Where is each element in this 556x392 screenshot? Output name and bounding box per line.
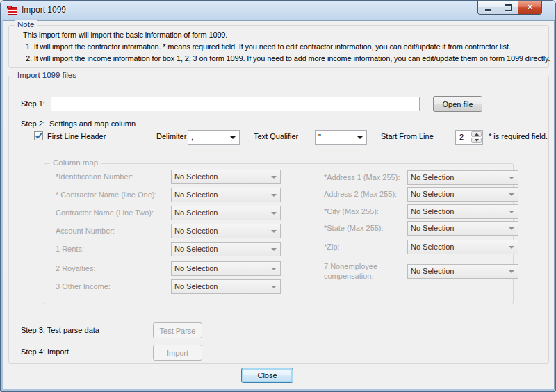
address2-label: Address 2 (Max 255):: [324, 190, 397, 198]
note-line-1: This import form will import the basic i…: [23, 31, 227, 39]
step2-label: Step 2: Settings and map column: [21, 120, 136, 128]
file-path-input[interactable]: [51, 97, 420, 111]
identification-number-label: *Identification Number:: [56, 172, 133, 181]
import-1099-window: Import 1099 ✕ Note This import form will…: [0, 0, 556, 392]
step4-label: Step 4: Import: [21, 348, 69, 356]
app-icon: [7, 5, 18, 16]
contractor-name-two-select[interactable]: No Selection: [171, 206, 281, 220]
contractor-name-one-select[interactable]: No Selection: [171, 188, 281, 202]
zip-label: *Zip:: [324, 243, 340, 251]
other-income-label: 3 Other Income:: [56, 282, 111, 291]
rents-label: 1 Rents:: [56, 245, 84, 253]
maximize-button[interactable]: [498, 1, 518, 14]
dialog-content: Note This import form will import the ba…: [3, 20, 555, 389]
nonemployee-compensation-select[interactable]: No Selection: [407, 264, 518, 279]
city-label: *City (Max 255):: [324, 207, 379, 215]
address2-select[interactable]: No Selection: [407, 187, 518, 202]
down-arrow-icon: [475, 139, 479, 142]
spin-down-button[interactable]: [471, 138, 482, 143]
royalties-label: 2 Royalties:: [56, 264, 95, 272]
up-arrow-icon: [475, 133, 479, 136]
dropdown-arrow-icon: [271, 230, 277, 233]
state-label: *State (Max 255):: [324, 224, 384, 232]
dropdown-arrow-icon: [271, 176, 277, 179]
dropdown-arrow-icon: [271, 212, 277, 215]
import-button: Import: [153, 345, 202, 361]
window-title: Import 1099: [22, 1, 66, 19]
contractor-name-one-label: * Contractor Name (line One):: [56, 190, 157, 199]
nonemployee-compensation-label: 7 Nonemployee compensation:: [324, 261, 402, 281]
dropdown-arrow-icon: [509, 211, 514, 213]
column-map-groupbox: Column map *Identification Number: * Con…: [44, 163, 514, 304]
zip-select[interactable]: No Selection: [407, 240, 518, 254]
column-map-group-title: Column map: [50, 158, 101, 167]
dropdown-arrow-icon: [509, 246, 514, 249]
address1-select[interactable]: No Selection: [407, 170, 518, 185]
step1-label: Step 1:: [21, 99, 45, 108]
delimiter-label: Delimiter: [156, 132, 186, 140]
note-groupbox: Note This import form will import the ba…: [8, 25, 549, 68]
dropdown-arrow-icon: [271, 248, 277, 251]
minimize-icon: [485, 9, 491, 11]
state-select[interactable]: No Selection: [407, 221, 518, 236]
account-number-label: Account Number:: [56, 227, 115, 235]
note-group-title: Note: [15, 20, 37, 28]
identification-number-select[interactable]: No Selection: [171, 170, 281, 184]
dropdown-arrow-icon: [509, 177, 514, 179]
rents-select[interactable]: No Selection: [171, 242, 281, 256]
test-parse-button: Test Parse: [153, 322, 202, 338]
contractor-name-two-label: Contractor Name (Line Two):: [56, 209, 154, 217]
other-income-select[interactable]: No Selection: [171, 279, 281, 294]
dropdown-arrow-icon: [509, 270, 514, 273]
checkmark-icon: [35, 132, 43, 140]
import-files-groupbox: Import 1099 files Step 1: Open file Step…: [8, 76, 549, 364]
dropdown-arrow-icon: [271, 268, 277, 270]
dropdown-arrow-icon: [357, 136, 363, 139]
first-line-header-label: First Line Header: [47, 132, 106, 140]
note-line-2: 1. It will import the contractor informa…: [26, 42, 511, 51]
open-file-button[interactable]: Open file: [433, 96, 482, 112]
close-button[interactable]: Close: [241, 368, 293, 383]
delimiter-select[interactable]: ,: [188, 130, 240, 145]
city-select[interactable]: No Selection: [407, 204, 518, 219]
window-controls: ✕: [477, 1, 542, 15]
dropdown-arrow-icon: [271, 194, 277, 197]
text-qualifier-label: Text Qualifier: [254, 132, 298, 140]
text-qualifier-select[interactable]: ": [315, 130, 367, 145]
dropdown-arrow-icon: [230, 136, 236, 139]
dropdown-arrow-icon: [271, 286, 277, 288]
royalties-select[interactable]: No Selection: [171, 261, 281, 276]
close-icon: ✕: [527, 3, 533, 12]
start-from-line-label: Start From Line: [381, 132, 434, 140]
address1-label: *Address 1 (Max 255):: [324, 173, 400, 181]
account-number-select[interactable]: No Selection: [171, 224, 281, 238]
minimize-button[interactable]: [478, 1, 498, 14]
start-from-line-stepper[interactable]: 2: [455, 130, 483, 145]
spin-up-button[interactable]: [471, 131, 482, 137]
dropdown-arrow-icon: [509, 193, 514, 196]
close-window-button[interactable]: ✕: [518, 1, 541, 14]
maximize-icon: [505, 4, 512, 11]
required-field-note: * is required field.: [489, 132, 548, 140]
dropdown-arrow-icon: [509, 227, 514, 230]
note-line-3: 2. It will import the income information…: [26, 54, 550, 63]
first-line-header-checkbox[interactable]: [34, 131, 43, 140]
titlebar[interactable]: Import 1099: [1, 1, 555, 20]
import-group-title: Import 1099 files: [15, 71, 79, 79]
step3-label: Step 3: Test parse data: [21, 326, 99, 334]
